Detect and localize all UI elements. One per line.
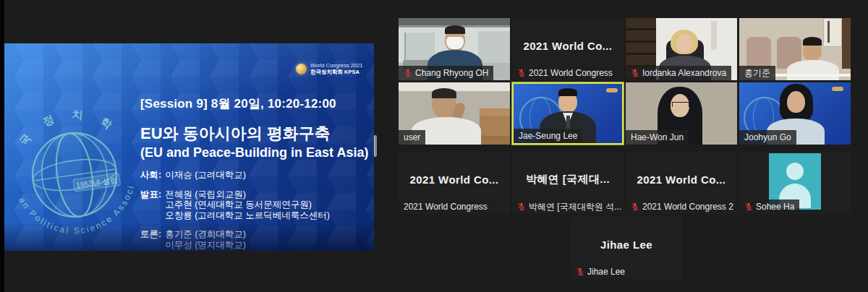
- decor-shape: [711, 21, 717, 50]
- discussant-name: 홍기준 (경희대학교): [165, 229, 246, 240]
- participant-name-label: Jae-Seung Lee: [514, 129, 582, 143]
- video-tile-user[interactable]: user: [399, 82, 510, 145]
- video-tile-joohyun-go[interactable]: Joohyun Go: [739, 82, 851, 145]
- decor-shape: [803, 37, 822, 46]
- meeting-window: World Congress 2021 한국정치학회 KPSA 1953년 설립…: [0, 0, 868, 292]
- participant-name-label: Jihae Lee: [571, 265, 630, 279]
- person-silhouette: [676, 34, 692, 53]
- presenter-name: 오창룡 (고려대학교 노르딕베네룩스센터): [165, 210, 330, 221]
- decor-shape: [771, 74, 851, 77]
- mic-muted-icon: [404, 69, 412, 77]
- participant-name: 2021 World Congress 2: [642, 202, 733, 212]
- door: [842, 18, 851, 69]
- presenter-name: 전혜원 (국립외교원): [165, 189, 330, 200]
- person-silhouette: [787, 91, 805, 113]
- decor-shape: [445, 25, 465, 34]
- panel-resize-handle[interactable]: [374, 135, 377, 157]
- participant-name-label: Chang Rhyong OH: [399, 66, 493, 80]
- participant-name: Joohyun Go: [744, 132, 791, 142]
- decor-shape: [827, 21, 830, 43]
- participant-name-label: 2021 World Congress: [399, 199, 493, 214]
- tile-center-name: 2021 World Co...: [399, 173, 510, 185]
- chair-label: 사회:: [140, 170, 161, 181]
- participant-name-label: Joohyun Go: [739, 130, 796, 145]
- participant-name-label: Sohee Ha: [739, 199, 799, 214]
- mic-muted-icon: [631, 202, 639, 211]
- discussant-name: 이무성 (명지대학교): [165, 240, 246, 251]
- participant-name-label: 박혜연 [국제대학원 석...: [512, 199, 624, 214]
- armchair: [746, 37, 771, 69]
- presenters-row: 발표: 전혜원 (국립외교원) 고주현 (연세대학교 동서문제연구원) 오창룡 …: [140, 189, 370, 221]
- participant-name: Jae-Seung Lee: [519, 131, 577, 141]
- mic-muted-icon: [517, 202, 526, 211]
- tile-center-name: Jihae Lee: [571, 238, 682, 250]
- participant-name-label: user: [399, 130, 425, 145]
- participant-name-label: Hae-Won Jun: [626, 130, 689, 145]
- video-tile-2021-world-congress-b[interactable]: 2021 World Co... 2021 World Congress: [399, 152, 510, 214]
- mic-muted-icon: [631, 69, 639, 77]
- tile-center-name: 2021 World Co...: [512, 39, 624, 51]
- decor-shape: [432, 88, 456, 98]
- participant-name-label: 2021 World Congress 2: [626, 199, 737, 214]
- shared-screen-slide: World Congress 2021 한국정치학회 KPSA 1953년 설립…: [4, 43, 374, 251]
- participant-name: Iordanka Alexandrova: [642, 68, 726, 78]
- decor-shape: [558, 88, 577, 96]
- presenter-name: 고주현 (연세대학교 동서문제연구원): [165, 199, 330, 210]
- mic-muted-icon: [517, 69, 526, 77]
- participant-name: 2021 World Congress: [529, 68, 613, 78]
- participant-name-label: 2021 World Congress: [512, 66, 618, 80]
- congress-badge: World Congress 2021 한국정치학회 KPSA: [296, 62, 362, 75]
- presenters-label: 발표:: [140, 189, 161, 221]
- mic-muted-icon: [576, 267, 584, 276]
- video-tile-jae-seung-lee-active-speaker[interactable]: Jae-Seung Lee: [512, 82, 624, 145]
- tile-center-name: 박혜연 [국제대...: [512, 172, 624, 186]
- glasses: [672, 102, 689, 107]
- dresser: [480, 108, 510, 145]
- video-tile-2021-world-congress[interactable]: 2021 World Co... 2021 World Congress: [512, 18, 624, 80]
- video-tile-hong-ki-jun[interactable]: 홍기준: [739, 18, 851, 80]
- video-tile-sohee-ha[interactable]: Sohee Ha: [739, 152, 851, 214]
- participant-name: 박혜연 [국제대학원 석...: [529, 201, 621, 213]
- decor-shape: [404, 33, 435, 60]
- badge-line1: World Congress 2021: [310, 62, 362, 69]
- video-tile-2021-world-congress-2[interactable]: 2021 World Co... 2021 World Congress 2: [626, 152, 737, 214]
- participant-name: Sohee Ha: [756, 202, 794, 212]
- wall-scroll: [823, 18, 842, 47]
- participant-name: Jihae Lee: [587, 267, 625, 277]
- video-tile-park-hye-yeon[interactable]: 박혜연 [국제대... 박혜연 [국제대학원 석...: [512, 152, 624, 214]
- person-icon: [786, 163, 804, 180]
- session-title-korean: EU와 동아시아의 평화구축: [140, 123, 370, 145]
- face-mask: [446, 37, 464, 49]
- video-tile-jihae-lee[interactable]: Jihae Lee Jihae Lee: [571, 217, 682, 279]
- participant-name: Hae-Won Jun: [631, 132, 684, 142]
- tile-center-name: 2021 World Co...: [626, 173, 737, 185]
- kpsa-globe-emblem: 1953년 설립 한 국 정 치 학 회 Korean Political Sc…: [6, 104, 147, 251]
- participant-name: 2021 World Congress: [404, 202, 488, 212]
- badge-line2: 한국정치학회 KPSA: [310, 69, 362, 75]
- chair-row: 사회: 이재승 (고려대학교): [140, 170, 370, 181]
- participant-name-label: Iordanka Alexandrova: [626, 66, 731, 80]
- session-title-english: (EU and Peace-Building in East Asia): [140, 145, 370, 160]
- participant-name-label: 홍기준: [739, 66, 775, 80]
- session-heading: [Session 9] 8월 20일, 10:20-12:00: [140, 95, 370, 112]
- badge-glint: [832, 87, 843, 91]
- video-tile-hae-won-jun[interactable]: Hae-Won Jun: [626, 82, 737, 145]
- video-tile-iordanka-alexandrova[interactable]: Iordanka Alexandrova: [626, 18, 737, 80]
- participant-name: Chang Rhyong OH: [415, 68, 488, 78]
- participant-name: user: [404, 132, 420, 142]
- video-tile-chang-rhyong-oh[interactable]: Chang Rhyong OH: [399, 18, 510, 80]
- mic-muted-icon: [744, 202, 753, 211]
- participant-name: 홍기준: [744, 67, 770, 80]
- kpsa-coin-logo-icon: [296, 64, 307, 74]
- person-silhouette: [787, 60, 839, 80]
- badge-glint: [606, 88, 618, 93]
- discussants-label: 토론:: [140, 229, 161, 250]
- discussants-row: 토론: 홍기준 (경희대학교) 이무성 (명지대학교): [140, 229, 370, 250]
- chair-name: 이재승 (고려대학교): [165, 170, 246, 181]
- decor-shape: [478, 31, 510, 63]
